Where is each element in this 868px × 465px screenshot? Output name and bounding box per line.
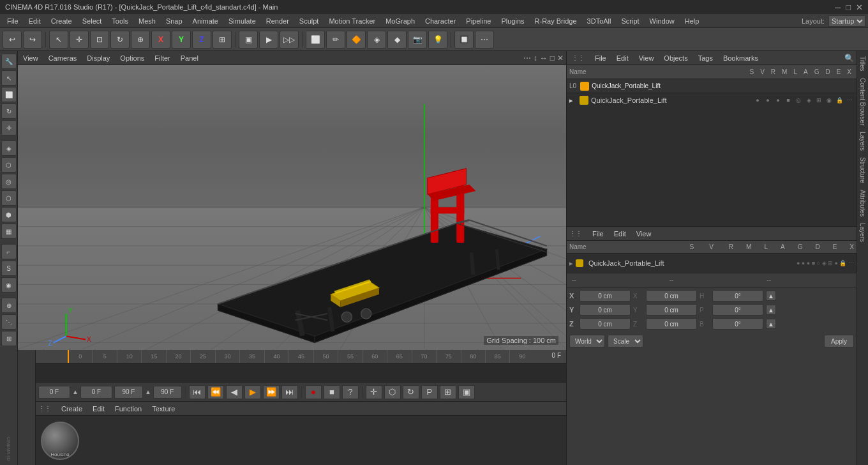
left-btn-14[interactable]: ◉ [1,277,17,293]
obj-menu-file[interactable]: File [592,54,609,62]
left-btn-13[interactable]: S [1,261,17,276]
anim-btn-1[interactable]: ✛ [366,385,382,399]
coord-x-rot[interactable] [646,290,697,301]
coord-z-rot[interactable] [646,318,697,330]
frame-end-stepper[interactable]: ▲ [145,388,151,395]
left-btn-10[interactable]: ⬢ [1,207,17,222]
vp-maximize[interactable]: □ [550,54,555,63]
redo-button[interactable]: ↪ [23,31,42,49]
nurbs-button[interactable]: 🔶 [347,31,366,49]
frame-start-input[interactable] [38,386,70,399]
mat-menu-edit[interactable]: Edit [90,405,107,413]
left-btn-5[interactable]: ✛ [1,120,17,135]
left-btn-6[interactable]: ◈ [1,141,17,156]
menu-mograph[interactable]: MoGraph [381,16,419,26]
side-tab-content-browser[interactable]: Content Browser [858,75,867,128]
vp-ctrl-2[interactable]: ↕ [534,54,537,63]
menu-window[interactable]: Window [645,16,679,26]
maximize-button[interactable]: □ [846,3,851,12]
minimize-button[interactable]: ─ [835,3,841,12]
menu-mesh[interactable]: Mesh [134,16,160,26]
frame-end-input[interactable] [114,386,143,399]
left-btn-4[interactable]: ↻ [1,103,17,119]
coord-y-pos[interactable] [580,304,631,316]
timeline-playhead[interactable] [68,350,69,363]
coord-z-up[interactable]: ▲ [766,319,776,329]
axis-z-button[interactable]: Z [192,31,211,49]
play-forward-button[interactable]: ▶ [244,385,261,399]
next-frame-button[interactable]: ⏩ [263,385,280,399]
scene-btn-2[interactable]: ⋯ [475,31,494,49]
left-btn-11[interactable]: ▦ [1,224,17,239]
left-btn-8[interactable]: ◎ [1,174,17,189]
menu-motion-tracker[interactable]: Motion Tracker [324,16,380,26]
menu-file[interactable]: File [3,16,23,26]
anim-btn-6[interactable]: ▣ [458,385,475,399]
axis-y-button[interactable]: Y [172,31,191,49]
menu-animate[interactable]: Animate [188,16,223,26]
render-frame-button[interactable]: ▶ [259,31,278,49]
obj-menu-tags[interactable]: Tags [696,54,715,62]
coord-y-rot[interactable] [646,304,697,316]
axis-x-button[interactable]: X [151,31,170,49]
close-button[interactable]: ✕ [856,3,863,12]
side-tab-titles[interactable]: Titles [858,54,867,74]
viewport[interactable]: Perspective [18,65,566,350]
coord-world-dropdown[interactable]: World [569,335,605,347]
menu-simulate[interactable]: Simulate [224,16,260,26]
menu-edit[interactable]: Edit [24,16,45,26]
goto-start-button[interactable]: ⏮ [189,385,206,399]
menu-pipeline[interactable]: Pipeline [461,16,495,26]
obj-menu-bookmarks[interactable]: Bookmarks [721,54,761,62]
goto-end-button[interactable]: ⏭ [281,385,298,399]
vp-close[interactable]: ✕ [557,54,564,63]
anim-btn-4[interactable]: P [421,385,438,399]
object-row-quickjack[interactable]: ▸ QuickJack_Portable_Lift ● ● ● ■ ◎ ◈ ⊞ [567,93,857,107]
world-axis-button[interactable]: ⊞ [213,31,232,49]
vp-ctrl-3[interactable]: ↔ [540,54,548,63]
record-button[interactable]: ● [305,385,322,399]
menu-sculpt[interactable]: Sculpt [295,16,324,26]
coord-y-up[interactable]: ▲ [766,305,776,315]
cube-button[interactable]: ⬜ [306,31,325,49]
layout-select[interactable]: Startup [828,15,865,27]
deformer-button[interactable]: ◈ [367,31,386,49]
timeline-track[interactable] [36,363,566,382]
camera-button[interactable]: 📷 [408,31,427,49]
undo-button[interactable]: ↩ [3,31,22,49]
attr-row-quickjack[interactable]: ▸ QuickJack_Portable_Lift ● ● ● ■ ○ ◈ ⊞ … [569,256,854,270]
attributes-list[interactable]: ▸ QuickJack_Portable_Lift ● ● ● ■ ○ ◈ ⊞ … [567,254,857,273]
scene-btn-1[interactable]: 🔲 [454,31,474,49]
play-backward-button[interactable]: ◀ [226,385,243,399]
coord-h-val[interactable] [712,290,763,301]
spline-button[interactable]: ✏ [326,31,345,49]
light-button[interactable]: 💡 [428,31,447,49]
select-tool-button[interactable]: ↖ [49,31,68,49]
left-btn-17[interactable]: ⊞ [1,331,17,346]
vp-menu-panel[interactable]: Panel [178,54,201,62]
left-btn-12[interactable]: ⌐ [1,244,17,259]
menu-snap[interactable]: Snap [161,16,187,26]
mat-menu-function[interactable]: Function [112,405,144,413]
menu-select[interactable]: Select [78,16,107,26]
vp-menu-display[interactable]: Display [84,54,112,62]
render-region-button[interactable]: ▣ [239,31,258,49]
mat-menu-create[interactable]: Create [59,405,85,413]
coord-scale-dropdown[interactable]: Scale [608,335,643,347]
anim-btn-3[interactable]: ↻ [403,385,419,399]
menu-3dtoall[interactable]: 3DToAll [583,16,616,26]
preview-end-input[interactable] [153,386,182,399]
coord-p-val[interactable] [712,304,763,316]
attr-menu-view[interactable]: View [634,230,654,238]
left-btn-2[interactable]: ↖ [1,70,17,86]
search-icon[interactable]: 🔍 [844,54,854,63]
side-tab-layers[interactable]: Layers [858,129,867,153]
side-tab-attributes[interactable]: Attributes [858,187,867,219]
left-btn-3[interactable]: ⬜ [1,87,17,102]
menu-render[interactable]: Render [262,16,294,26]
objects-list[interactable]: ▸ QuickJack_Portable_Lift ● ● ● ■ ◎ ◈ ⊞ [567,93,857,226]
move-tool-button[interactable]: ✛ [70,31,89,49]
menu-create[interactable]: Create [47,16,77,26]
attr-menu-file[interactable]: File [590,230,606,238]
current-frame-input[interactable] [80,386,112,399]
